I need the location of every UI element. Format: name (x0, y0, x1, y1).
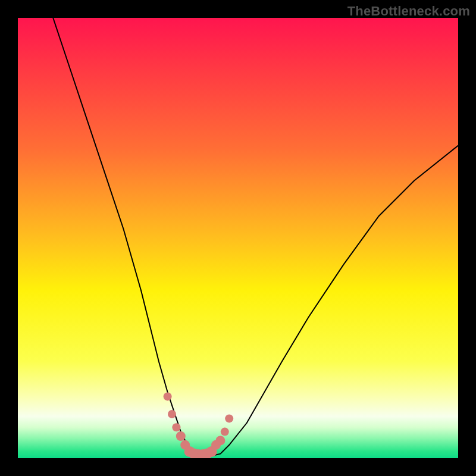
marker-point (172, 423, 180, 431)
marker-point (168, 410, 176, 418)
marker-point (176, 431, 186, 441)
marker-cluster (164, 392, 234, 458)
watermark-text: TheBottleneck.com (347, 4, 470, 19)
marker-point (221, 428, 229, 436)
chart-overlay (18, 18, 458, 458)
bottleneck-curve (53, 18, 458, 456)
marker-point (164, 392, 172, 400)
marker-point (225, 414, 233, 422)
plot-area (18, 18, 458, 458)
outer-frame: TheBottleneck.com (0, 0, 476, 476)
marker-point (215, 436, 225, 445)
